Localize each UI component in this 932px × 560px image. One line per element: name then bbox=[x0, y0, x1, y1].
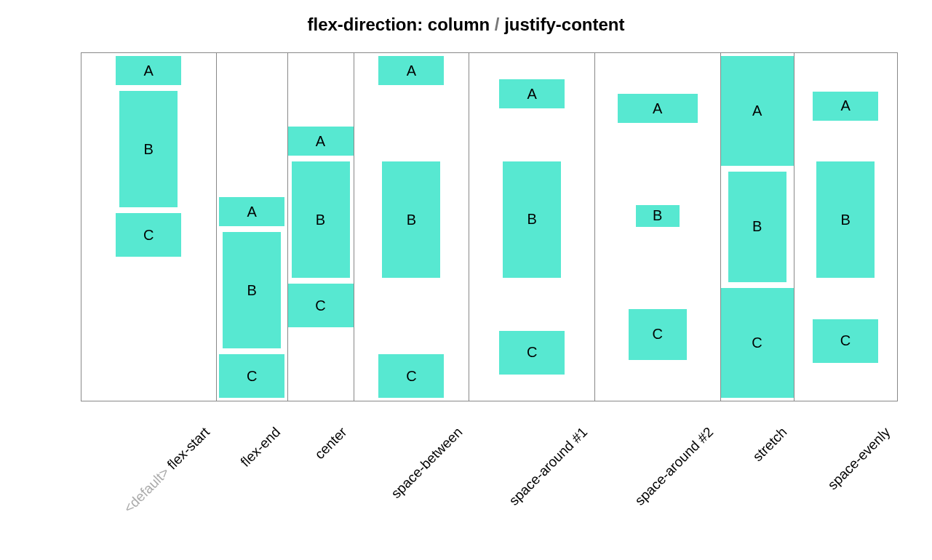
flex-item: B bbox=[292, 161, 350, 278]
example-cell: ABC<default> flex-start bbox=[81, 52, 217, 511]
examples-row: ABC<default> flex-startABCflex-endABCcen… bbox=[81, 52, 852, 511]
flex-item: C bbox=[499, 331, 565, 375]
flex-item: C bbox=[288, 284, 354, 327]
flex-item: B bbox=[223, 232, 281, 348]
flex-item: B bbox=[119, 91, 178, 207]
title-value: justify-content bbox=[504, 15, 624, 34]
default-prefix: <default> bbox=[120, 462, 175, 516]
flex-item: A bbox=[378, 56, 444, 85]
flex-container: ABC bbox=[794, 52, 898, 401]
flex-container: ABC bbox=[354, 52, 470, 401]
flex-item: B bbox=[728, 172, 786, 281]
page-title: flex-direction: column / justify-content bbox=[81, 15, 852, 35]
flex-item: A bbox=[288, 127, 354, 156]
column-label: space-evenly bbox=[824, 409, 932, 525]
flex-item: C bbox=[721, 288, 794, 398]
flex-container: ABC bbox=[217, 52, 288, 401]
flex-item: C bbox=[629, 309, 687, 360]
flex-item: B bbox=[636, 205, 680, 227]
flex-container: ABC bbox=[721, 52, 794, 401]
flex-item: C bbox=[378, 354, 444, 398]
flex-item: A bbox=[618, 94, 698, 123]
flex-item: A bbox=[721, 56, 794, 166]
flex-item: C bbox=[813, 319, 878, 363]
flex-container: ABC bbox=[81, 52, 217, 401]
flex-item: B bbox=[503, 161, 561, 278]
flex-item: C bbox=[116, 213, 181, 257]
flex-item: C bbox=[219, 354, 284, 398]
flex-container: ABC bbox=[595, 52, 721, 401]
flex-item: B bbox=[382, 161, 440, 278]
flex-item: A bbox=[219, 197, 284, 226]
flex-container: ABC bbox=[469, 52, 595, 401]
title-property: flex-direction: column bbox=[307, 15, 490, 34]
flex-item: B bbox=[816, 161, 875, 278]
flex-container: ABC bbox=[288, 52, 354, 401]
title-separator: / bbox=[495, 15, 500, 34]
flex-item: A bbox=[499, 79, 565, 108]
column-label-text: flex-start bbox=[164, 424, 212, 472]
flex-item: A bbox=[116, 56, 181, 85]
flex-item: A bbox=[813, 92, 878, 121]
